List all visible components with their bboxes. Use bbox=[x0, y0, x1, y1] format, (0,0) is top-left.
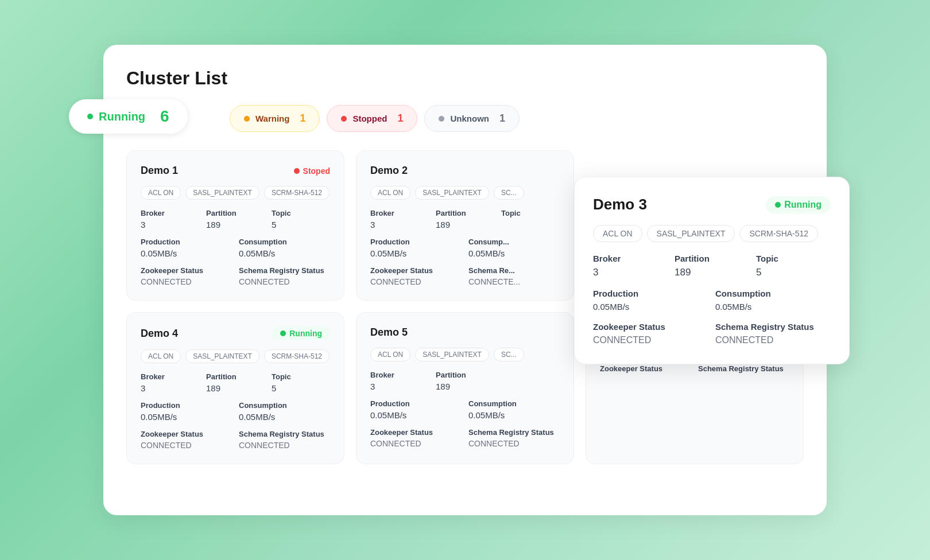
demo3-status: Running bbox=[766, 196, 831, 213]
demo5-tags: ACL ON SASL_PLAINTEXT SC... bbox=[370, 348, 560, 361]
demo2-tag-sc: SC... bbox=[494, 186, 524, 200]
demo2-topic: Topic bbox=[501, 209, 560, 230]
demo3-consumption: Consumption 0.05MB/s bbox=[715, 289, 831, 312]
cluster-card-demo3[interactable]: Demo 3 Running ACL ON SASL_PLAINTEXT SCR… bbox=[574, 177, 850, 364]
demo5-tag-sasl: SASL_PLAINTEXT bbox=[415, 348, 489, 361]
demo3-statuses: Zookeeper Status CONNECTED Schema Regist… bbox=[593, 322, 831, 345]
status-bar: Running 6 Warning 1 Stopped 1 Unknown 1 bbox=[126, 105, 804, 132]
running-label: Running bbox=[99, 110, 145, 123]
demo5-topic bbox=[501, 371, 560, 391]
demo3-topic: Topic 5 bbox=[756, 254, 831, 278]
demo1-broker-metrics: Broker 3 Partition 189 Topic 5 bbox=[141, 209, 330, 230]
demo4-throughput: Production 0.05MB/s Consumption 0.05MB/s bbox=[141, 401, 330, 422]
demo5-throughput: Production 0.05MB/s Consumption 0.05MB/s bbox=[370, 399, 560, 420]
demo3-tags: ACL ON SASL_PLAINTEXT SCRM-SHA-512 bbox=[593, 225, 831, 242]
unknown-dot bbox=[439, 116, 444, 122]
warning-pill[interactable]: Warning 1 bbox=[230, 105, 320, 132]
demo2-broker: Broker 3 bbox=[370, 209, 429, 230]
demo5-statuses: Zookeeper Status CONNECTED Schema Regist… bbox=[370, 428, 560, 448]
demo1-tag-acl: ACL ON bbox=[141, 186, 181, 200]
demo5-name: Demo 5 bbox=[370, 326, 408, 339]
demo6-zookeeper: Zookeeper Status bbox=[600, 364, 691, 375]
demo4-zookeeper: Zookeeper Status CONNECTED bbox=[141, 430, 232, 450]
demo4-production: Production 0.05MB/s bbox=[141, 401, 232, 422]
cluster-card-demo1[interactable]: Demo 1 Stoped ACL ON SASL_PLAINTEXT SCRM… bbox=[126, 150, 344, 301]
demo5-schema-registry: Schema Registry Status CONNECTED bbox=[468, 428, 560, 448]
demo4-tags: ACL ON SASL_PLAINTEXT SCRM-SHA-512 bbox=[141, 349, 330, 363]
cluster-card-demo2[interactable]: Demo 2 ACL ON SASL_PLAINTEXT SC... Broke… bbox=[356, 150, 574, 301]
stopped-dot bbox=[341, 116, 347, 122]
warning-count: 1 bbox=[300, 112, 305, 125]
demo4-schema-registry: Schema Registry Status CONNECTED bbox=[239, 430, 330, 450]
demo2-schema-registry: Schema Re... CONNECTE... bbox=[468, 266, 560, 286]
warning-dot bbox=[244, 116, 250, 122]
demo1-status-dot bbox=[294, 168, 300, 174]
demo2-tags: ACL ON SASL_PLAINTEXT SC... bbox=[370, 186, 560, 200]
demo3-broker: Broker 3 bbox=[593, 254, 668, 278]
demo1-schema-registry: Schema Registry Status CONNECTED bbox=[239, 266, 330, 286]
demo1-name: Demo 1 bbox=[141, 165, 178, 177]
demo1-tags: ACL ON SASL_PLAINTEXT SCRM-SHA-512 bbox=[141, 186, 330, 200]
demo4-tag-acl: ACL ON bbox=[141, 349, 181, 363]
demo5-production: Production 0.05MB/s bbox=[370, 399, 462, 420]
demo3-tag-scrm: SCRM-SHA-512 bbox=[739, 225, 818, 242]
demo2-statuses: Zookeeper Status CONNECTED Schema Re... … bbox=[370, 266, 560, 286]
demo3-tag-acl: ACL ON bbox=[593, 225, 642, 242]
demo5-partition: Partition 189 bbox=[436, 371, 494, 391]
demo2-consumption: Consump... 0.05MB/s bbox=[468, 238, 560, 258]
demo5-tag-sc: SC... bbox=[494, 348, 524, 361]
demo4-topic: Topic 5 bbox=[272, 372, 330, 393]
demo2-partition: Partition 189 bbox=[436, 209, 494, 230]
demo3-broker-metrics: Broker 3 Partition 189 Topic 5 bbox=[593, 254, 831, 278]
demo5-zookeeper: Zookeeper Status CONNECTED bbox=[370, 428, 462, 448]
demo3-partition: Partition 189 bbox=[675, 254, 749, 278]
running-count: 6 bbox=[160, 107, 169, 126]
demo3-schema-registry: Schema Registry Status CONNECTED bbox=[715, 322, 831, 345]
demo1-broker: Broker 3 bbox=[141, 209, 199, 230]
demo4-broker-metrics: Broker 3 Partition 189 Topic 5 bbox=[141, 372, 330, 393]
demo5-tag-acl: ACL ON bbox=[370, 348, 410, 361]
running-status-pill[interactable]: Running 6 bbox=[69, 99, 188, 134]
demo1-zookeeper: Zookeeper Status CONNECTED bbox=[141, 266, 232, 286]
cluster-card-demo5[interactable]: Demo 5 ACL ON SASL_PLAINTEXT SC... Broke… bbox=[356, 312, 574, 464]
demo5-broker: Broker 3 bbox=[370, 371, 429, 391]
demo2-name: Demo 2 bbox=[370, 165, 408, 177]
demo1-tag-scrm: SCRM-SHA-512 bbox=[264, 186, 330, 200]
demo6-statuses: Zookeeper Status Schema Registry Status bbox=[600, 364, 789, 375]
demo3-zookeeper: Zookeeper Status CONNECTED bbox=[593, 322, 708, 345]
demo4-consumption: Consumption 0.05MB/s bbox=[239, 401, 330, 422]
demo4-name: Demo 4 bbox=[141, 328, 178, 340]
demo3-name: Demo 3 bbox=[593, 196, 647, 213]
demo5-broker-metrics: Broker 3 Partition 189 bbox=[370, 371, 560, 391]
demo1-statuses: Zookeeper Status CONNECTED Schema Regist… bbox=[141, 266, 330, 286]
demo1-throughput: Production 0.05MB/s Consumption 0.05MB/s bbox=[141, 238, 330, 258]
demo5-consumption: Consumption 0.05MB/s bbox=[468, 399, 560, 420]
demo2-tag-acl: ACL ON bbox=[370, 186, 410, 200]
running-dot bbox=[87, 114, 93, 119]
demo4-status: Running bbox=[272, 326, 330, 340]
demo4-broker: Broker 3 bbox=[141, 372, 199, 393]
demo4-tag-scrm: SCRM-SHA-512 bbox=[264, 349, 330, 363]
demo1-production: Production 0.05MB/s bbox=[141, 238, 232, 258]
unknown-pill[interactable]: Unknown 1 bbox=[424, 105, 520, 132]
demo4-tag-sasl: SASL_PLAINTEXT bbox=[185, 349, 259, 363]
unknown-count: 1 bbox=[499, 112, 505, 125]
demo3-production: Production 0.05MB/s bbox=[593, 289, 708, 312]
demo4-status-dot bbox=[280, 330, 286, 336]
demo3-throughput: Production 0.05MB/s Consumption 0.05MB/s bbox=[593, 289, 831, 312]
demo1-status: Stoped bbox=[294, 166, 330, 176]
demo4-statuses: Zookeeper Status CONNECTED Schema Regist… bbox=[141, 430, 330, 450]
status-pills-right: Warning 1 Stopped 1 Unknown 1 bbox=[230, 105, 520, 132]
warning-label: Warning bbox=[255, 114, 289, 123]
demo6-schema-registry: Schema Registry Status bbox=[698, 364, 789, 375]
demo1-consumption: Consumption 0.05MB/s bbox=[239, 238, 330, 258]
stopped-pill[interactable]: Stopped 1 bbox=[327, 105, 417, 132]
unknown-label: Unknown bbox=[450, 114, 489, 123]
demo1-topic: Topic 5 bbox=[272, 209, 330, 230]
stopped-count: 1 bbox=[397, 112, 403, 125]
demo2-throughput: Production 0.05MB/s Consump... 0.05MB/s bbox=[370, 238, 560, 258]
demo2-tag-sasl: SASL_PLAINTEXT bbox=[415, 186, 489, 200]
demo1-partition: Partition 189 bbox=[206, 209, 265, 230]
cluster-card-demo4[interactable]: Demo 4 Running ACL ON SASL_PLAINTEXT SCR… bbox=[126, 312, 344, 464]
demo4-partition: Partition 189 bbox=[206, 372, 265, 393]
